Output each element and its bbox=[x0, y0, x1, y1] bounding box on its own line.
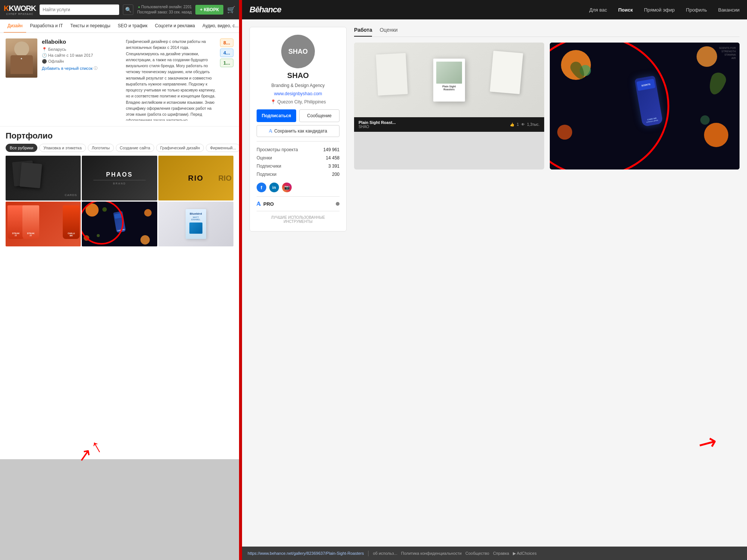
work-stats-1: 👍1 👁1,3тыс. bbox=[510, 122, 539, 127]
divider-3 bbox=[257, 211, 340, 211]
red-arrow-left: ↑ bbox=[87, 436, 105, 457]
work-tabs: Работа Оценки bbox=[354, 27, 740, 37]
behance-work-area: Работа Оценки Plain SightRoasters bbox=[354, 27, 740, 539]
nav-design[interactable]: Дизайн bbox=[4, 19, 26, 33]
behance-agency-title: Branding & Design Agency bbox=[272, 83, 325, 88]
work-title-1: Plain Sight Roast... bbox=[359, 120, 396, 125]
nav-social[interactable]: Соцсети и реклама bbox=[151, 19, 199, 33]
behance-name: SHAO bbox=[287, 71, 309, 80]
online-dot: ● bbox=[138, 5, 140, 9]
tab-graphic[interactable]: Графический дизайн bbox=[156, 144, 204, 152]
tab-logos[interactable]: Логотипы bbox=[88, 144, 114, 152]
footer-link-1[interactable]: об использ... bbox=[373, 551, 397, 556]
profile-description: Графический дизайнер с опытом работы на … bbox=[126, 38, 216, 121]
nav-live[interactable]: Прямой эфир bbox=[644, 7, 675, 13]
nav-jobs[interactable]: Вакансии bbox=[718, 7, 740, 13]
tab-work[interactable]: Работа bbox=[354, 27, 372, 37]
stat-3: 1... bbox=[220, 59, 233, 67]
kwork-header: KKWORK СУПЕР ФРИЛАНС 🔍 ●Пользователей он… bbox=[0, 0, 239, 19]
save-candidate-button[interactable]: 𝔸 Сохранить как кандидата bbox=[257, 125, 340, 137]
tab-likes[interactable]: Оценки bbox=[379, 27, 397, 37]
work-thumb-2: SCENTS CAMO AIRCITRUS & SPICE SCENTS FOR… bbox=[550, 43, 740, 169]
avatar: ✦ bbox=[6, 38, 37, 78]
online-status: ⚫ Офлайн bbox=[42, 59, 121, 64]
tab-brand[interactable]: Фирменный... bbox=[206, 144, 239, 152]
instagram-icon[interactable]: 📷 bbox=[282, 183, 292, 192]
action-buttons: Подписаться Сообщение bbox=[257, 109, 340, 122]
nav-text[interactable]: Тексты и переводы bbox=[66, 19, 114, 33]
divider-2 bbox=[257, 196, 340, 197]
grid-item-2[interactable]: PHAOS BRAND bbox=[82, 156, 157, 200]
portfolio-heading: Портфолио bbox=[6, 131, 53, 140]
add-kwork-button[interactable]: + КВОРК bbox=[195, 5, 223, 15]
tools-section-label: ЛУЧШИЕ ИСПОЛЬЗОВАННЫЕ ИНСТРУМЕНТЫ bbox=[257, 215, 340, 224]
behance-avatar: SHAO bbox=[281, 35, 315, 68]
tab-all[interactable]: Все рубрики bbox=[6, 144, 37, 152]
left-panel: KKWORK СУПЕР ФРИЛАНС 🔍 ●Пользователей он… bbox=[0, 0, 239, 560]
right-panel: Bēhance Для вас Поиск Прямой эфир Профил… bbox=[242, 0, 747, 560]
follow-button[interactable]: Подписаться bbox=[257, 109, 296, 122]
grid-item-1[interactable]: CARDS bbox=[6, 156, 81, 200]
kwork-logo: KKWORK СУПЕР ФРИЛАНС bbox=[4, 4, 36, 15]
footer-link-2[interactable]: Политика конфиденциальности bbox=[401, 551, 462, 556]
work-item-1-info: Plain Sight Roast... SHAO 👍1 👁1,3тыс. bbox=[354, 117, 544, 132]
portfolio-tabs: Все рубрики Упаковка и этикетка Логотипы… bbox=[0, 144, 239, 152]
tab-website[interactable]: Создание сайта bbox=[116, 144, 154, 152]
profile-info: ellaboiko 📍 Беларусь 🕐 На сайте с 10 мая… bbox=[42, 38, 121, 121]
nav-profile[interactable]: Профиль bbox=[686, 7, 707, 13]
work-item-2[interactable]: SCENTS CAMO AIRCITRUS & SPICE SCENTS FOR… bbox=[550, 43, 740, 169]
url-sep-1: | bbox=[368, 550, 369, 557]
portfolio-title: Портфолио bbox=[0, 127, 239, 144]
tab-packaging[interactable]: Упаковка и этикетка bbox=[39, 144, 86, 152]
member-since: 🕐 На сайте с 10 мая 2017 bbox=[42, 53, 121, 58]
behance-header: Bēhance Для вас Поиск Прямой эфир Профил… bbox=[242, 0, 747, 19]
divider-1 bbox=[257, 141, 340, 141]
behance-location: 📍 Quezon City, Philippines bbox=[270, 99, 326, 105]
stat-following: Подписки 200 bbox=[257, 170, 340, 178]
behance-profile-card: SHAO SHAO Branding & Design Agency www.d… bbox=[249, 27, 347, 231]
profile-stats-section: Просмотры проекта 149 961 Оценки 14 458 … bbox=[257, 146, 340, 178]
behance-url-bar: https://www.behance.net/gallery/82369637… bbox=[242, 547, 747, 560]
grid-item-4[interactable]: STEAKIT STEAKIT CHILLIBK bbox=[6, 202, 81, 246]
description-text: Графический дизайнер с опытом работы на … bbox=[126, 38, 216, 121]
nav-search[interactable]: Поиск bbox=[618, 7, 633, 13]
footer-link-5[interactable]: ▶ AdChoices bbox=[513, 551, 537, 556]
last-order: Последний заказ: 33 сек. назад bbox=[137, 10, 192, 14]
behance-website[interactable]: www.designbyshao.com bbox=[274, 91, 322, 96]
portfolio-grid: CARDS PHAOS BRAND RIO RIO STEAKIT STEAKI… bbox=[0, 156, 239, 246]
footer-link-3[interactable]: Сообщество bbox=[465, 551, 489, 556]
red-divider bbox=[239, 0, 242, 560]
kwork-nav: Дизайн Разработка и IT Тексты и переводы… bbox=[0, 19, 239, 33]
grid-item-5-camo[interactable]: CAMO AIR bbox=[82, 202, 157, 246]
work-thumb-1: Plain SightRoasters bbox=[354, 43, 544, 117]
search-input[interactable] bbox=[40, 4, 119, 15]
profile-section: ✦ ellaboiko 📍 Беларусь 🕐 На сайте с 10 м… bbox=[0, 33, 239, 127]
work-item-1[interactable]: Plain SightRoasters Plain Sight Roast...… bbox=[354, 43, 544, 169]
adobe-icon: 𝔸 bbox=[269, 128, 272, 134]
grid-item-3[interactable]: RIO RIO bbox=[158, 156, 233, 200]
nav-dev[interactable]: Разработка и IT bbox=[26, 19, 66, 33]
nav-for-you[interactable]: Для вас bbox=[589, 7, 607, 13]
stat-views: Просмотры проекта 149 961 bbox=[257, 146, 340, 154]
message-button[interactable]: Сообщение bbox=[299, 109, 340, 122]
blacklist[interactable]: Добавить в черный список ⓘ bbox=[42, 66, 121, 71]
online-info: ●Пользователей онлайн: 2201 Последний за… bbox=[137, 4, 192, 15]
pro-dot bbox=[336, 202, 340, 206]
url-display: https://www.behance.net/gallery/82369637… bbox=[248, 551, 364, 556]
work-grid: Plain SightRoasters Plain Sight Roast...… bbox=[354, 43, 740, 169]
red-arrow-right: ↗ bbox=[693, 426, 722, 458]
footer-link-4[interactable]: Справка bbox=[493, 551, 509, 556]
facebook-icon[interactable]: f bbox=[257, 183, 266, 192]
username: ellaboiko bbox=[42, 38, 121, 45]
stat-followers: Подписчики 3 391 bbox=[257, 162, 340, 170]
cart-icon[interactable]: 🛒 bbox=[227, 6, 235, 14]
social-links: f in 📷 bbox=[257, 183, 340, 192]
linkedin-icon[interactable]: in bbox=[269, 183, 279, 192]
search-button[interactable]: 🔍 bbox=[123, 4, 133, 15]
online-count: Пользователей онлайн: 2201 bbox=[141, 5, 192, 9]
grid-item-6[interactable]: Bluebird MATT ENAMEL bbox=[158, 202, 233, 246]
stat-2: 4... bbox=[220, 49, 233, 57]
nav-audio[interactable]: Аудио, видео, с... bbox=[199, 19, 239, 33]
location: 📍 Беларусь bbox=[42, 47, 121, 52]
nav-seo[interactable]: SEO и трафик bbox=[114, 19, 151, 33]
